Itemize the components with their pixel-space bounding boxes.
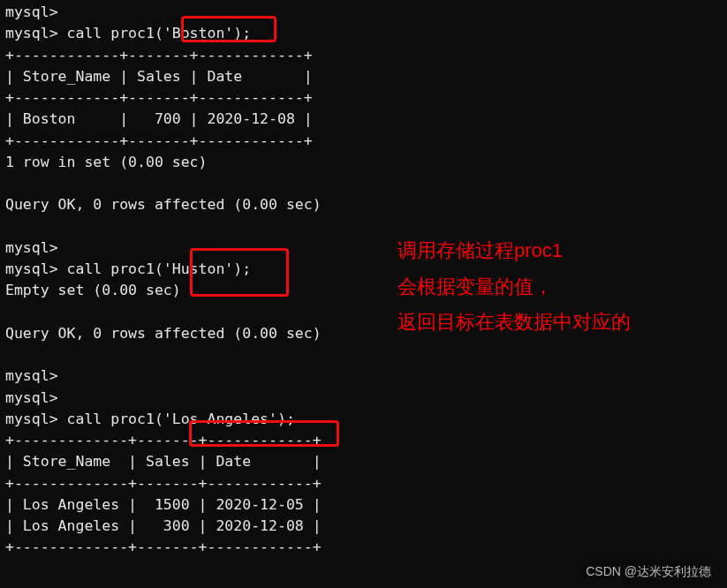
query-ok: Query OK, 0 rows affected (0.00 sec) [5,325,322,342]
prompt: mysql> [5,4,58,20]
table-row: | Los Angeles | 1500 | 2020-12-05 | [5,496,322,513]
result-summary: 1 row in set (0.00 sec) [5,154,207,170]
annotation-line2: 会根据变量的值， [398,269,631,305]
empty-set: Empty set (0.00 sec) [5,282,181,298]
prompt: mysql> [5,389,58,406]
table-border: +------------+-------+------------+ [5,132,313,149]
table-border: +------------+-------+------------+ [5,47,313,64]
command-call-losangeles: mysql> call proc1('Los Angeles'); [5,411,295,427]
table-border: +------------+-------+------------+ [5,89,313,106]
table-header: | Store_Name | Sales | Date | [5,453,322,470]
annotation-line1: 调用存储过程proc1 [398,233,631,269]
prompt: mysql> [5,239,58,256]
watermark: CSDN @达米安利拉德 [586,562,711,581]
query-ok: Query OK, 0 rows affected (0.00 sec) [5,196,322,213]
annotation-text: 调用存储过程proc1 会根据变量的值， 返回目标在表数据中对应的 [398,233,631,341]
table-row: | Los Angeles | 300 | 2020-12-08 | [5,517,322,534]
table-border: +-------------+-------+------------+ [5,475,322,492]
prompt: mysql> [5,367,58,384]
command-call-huston: mysql> call proc1('Huston'); [5,260,251,277]
table-border: +-------------+-------+------------+ [5,539,322,555]
command-call-boston: mysql> call proc1('Boston'); [5,25,251,41]
table-row: | Boston | 700 | 2020-12-08 | [5,110,313,127]
table-header: | Store_Name | Sales | Date | [5,68,313,85]
table-border: +-------------+-------+------------+ [5,432,322,449]
annotation-line3: 返回目标在表数据中对应的 [398,305,631,341]
